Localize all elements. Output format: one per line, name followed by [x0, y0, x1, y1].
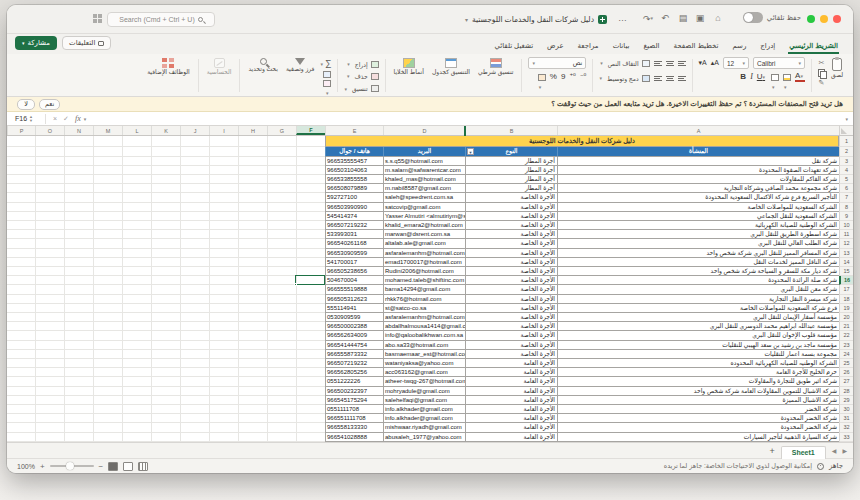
column-header-N[interactable]: N	[64, 126, 93, 135]
column-header-F[interactable]: F	[296, 126, 325, 135]
active-cell-selection[interactable]	[295, 275, 325, 285]
row-header-23[interactable]: 23	[839, 341, 853, 350]
empty-cells[interactable]	[7, 184, 325, 193]
ribbon-tab[interactable]: إدراج	[759, 42, 776, 54]
cell-name[interactable]: شركة الخضر المحدودة	[557, 414, 839, 423]
empty-cells[interactable]	[7, 157, 325, 166]
cell-name[interactable]: شركة تعهدات الصفوة المحدودة	[557, 166, 839, 175]
cell-email[interactable]: khaled_mas@hotmail.com	[383, 175, 465, 184]
cell-type[interactable]: الأجرة الخاصة	[465, 322, 557, 331]
row-header-19[interactable]: 19	[839, 304, 853, 313]
row-header-32[interactable]: 32	[839, 423, 853, 432]
cell-email[interactable]: altalab.ale@gmail.com	[383, 239, 465, 248]
filter-dropdown-icon[interactable]: ▼	[467, 148, 474, 155]
cell-name[interactable]: مجموعة بسمة اعمار للنقليات	[557, 350, 839, 359]
header-cell-name[interactable]: المنشأة	[557, 147, 839, 157]
cell-phone[interactable]: 533993031	[325, 230, 383, 239]
row-header-22[interactable]: 22	[839, 331, 853, 340]
cell-email[interactable]: saleh@speedrent.com.sa	[383, 193, 465, 202]
font-size-select[interactable]: 12▾	[723, 57, 749, 69]
print-icon[interactable]: ▤	[676, 12, 690, 26]
align-center-icon[interactable]	[666, 75, 674, 82]
cell-name[interactable]: مؤسسة أسفار الإيمان للنقل البري	[557, 313, 839, 322]
cell-phone[interactable]: 541700017	[325, 258, 383, 267]
search-input[interactable]: Search (Cmd + Ctrl + U)	[107, 12, 215, 27]
cell-phone[interactable]: 966533855558	[325, 175, 383, 184]
cell-type[interactable]: الأجرة العامة	[465, 405, 557, 414]
home-icon[interactable]: ⌂	[711, 12, 725, 26]
empty-cells[interactable]	[7, 147, 325, 157]
align-right-icon[interactable]	[678, 75, 686, 82]
insert-cells-button[interactable]: إدراج	[344, 59, 378, 69]
decrease-decimal-icon[interactable]: ⁻⁰	[580, 73, 587, 81]
empty-cells[interactable]	[7, 433, 325, 442]
cell-phone[interactable]: 966535555457	[325, 157, 383, 166]
row-header-18[interactable]: 18	[839, 295, 853, 304]
ribbon-tab[interactable]: الشريط الرئيسي	[788, 42, 839, 54]
fill-color-icon[interactable]	[783, 74, 791, 81]
row-header-5[interactable]: 5	[839, 175, 853, 184]
cell-email[interactable]: khalid_emara2@hotmail.com	[383, 221, 465, 230]
row-header-1[interactable]: 1	[839, 136, 853, 147]
autosum-icon[interactable]: ∑	[320, 59, 331, 69]
column-header-G[interactable]: G	[267, 126, 296, 135]
cell-name[interactable]: شركة الطلب العالي للنقل البري	[557, 239, 839, 248]
empty-cells[interactable]	[7, 221, 325, 230]
close-window-button[interactable]	[833, 15, 841, 23]
cell-name[interactable]: شركة الناقل المميز لخدمات النقل	[557, 258, 839, 267]
column-header-M[interactable]: M	[93, 126, 122, 135]
minimize-window-button[interactable]	[820, 15, 828, 23]
cell-type[interactable]: الأجرة الخاصة	[465, 239, 557, 248]
cell-type[interactable]: الأجرة العامة	[465, 433, 557, 442]
cell-email[interactable]: marwan@dsrent.com.sa	[383, 230, 465, 239]
empty-cells[interactable]	[7, 212, 325, 221]
format-painter-icon[interactable]: ✎	[818, 79, 825, 87]
cell-email[interactable]: st@satco-co.sa	[383, 304, 465, 313]
cell-type[interactable]: الأجرة الخاصة	[465, 212, 557, 221]
cell-name[interactable]: شركة الخضر	[557, 405, 839, 414]
cell-email[interactable]: atheer-twqg-267@hotmail.com	[383, 377, 465, 386]
empty-cells[interactable]	[7, 285, 325, 294]
empty-cells[interactable]	[7, 341, 325, 350]
column-header-O[interactable]: O	[35, 126, 64, 135]
cell-email[interactable]: abusaleh_1977@yahoo.com	[383, 433, 465, 442]
cell-email[interactable]: Rudini2006@hotmail.com	[383, 267, 465, 276]
cell-email[interactable]: info.alkhader@gmail.com	[383, 414, 465, 423]
cell-type[interactable]: الأجرة العامة	[465, 423, 557, 432]
cell-name[interactable]: الشركة الوطنية للصيانة الكهربائية	[557, 221, 839, 230]
cell-type[interactable]: أجرة المطار	[465, 184, 557, 193]
cell-phone[interactable]: 592727100	[325, 193, 383, 202]
cell-name[interactable]: شركة اثير طويق للتجارة والمقاولات	[557, 377, 839, 386]
cell-type[interactable]: أجرة المطار	[465, 157, 557, 166]
undo-icon[interactable]: ↶	[658, 12, 672, 26]
column-header-J[interactable]: J	[180, 126, 209, 135]
bold-button[interactable]: B	[740, 72, 746, 82]
row-header-9[interactable]: 9	[839, 212, 853, 221]
empty-cells[interactable]	[7, 359, 325, 368]
cell-phone[interactable]: 966500232397	[325, 387, 383, 396]
row-header-11[interactable]: 11	[839, 230, 853, 239]
cell-email[interactable]: rhkk76@hotmail.com	[383, 295, 465, 304]
italic-button[interactable]: I	[750, 72, 753, 82]
empty-cells[interactable]	[7, 304, 325, 313]
empty-cells[interactable]	[7, 276, 325, 285]
align-middle-icon[interactable]	[666, 60, 674, 67]
cell-styles-button[interactable]: أنماط الخلايا	[392, 57, 426, 77]
cell-phone[interactable]: 966530909599	[325, 249, 383, 258]
row-header-3[interactable]: 3	[839, 157, 853, 166]
cell-phone[interactable]: 966551111708	[325, 414, 383, 423]
cancel-entry-icon[interactable]: ×	[53, 115, 57, 122]
column-header-E[interactable]: E	[325, 126, 383, 135]
ribbon-tab[interactable]: تخطيط الصفحة	[673, 42, 720, 54]
cell-phone[interactable]: 966562634009	[325, 331, 383, 340]
cell-email[interactable]: s.s.q55@hotmail.com	[383, 157, 465, 166]
percent-style-button[interactable]: %	[550, 72, 557, 82]
ribbon-tab[interactable]: بيانات	[612, 42, 631, 54]
column-header-L[interactable]: L	[122, 126, 151, 135]
align-top-icon[interactable]	[678, 60, 686, 67]
empty-cells[interactable]	[7, 414, 325, 423]
zoom-level[interactable]: 100%	[17, 463, 35, 470]
cell-phone[interactable]: 0551111708	[325, 405, 383, 414]
cell-email[interactable]: wataniyaksa@yahoo.com	[383, 359, 465, 368]
row-header-27[interactable]: 27	[839, 377, 853, 386]
